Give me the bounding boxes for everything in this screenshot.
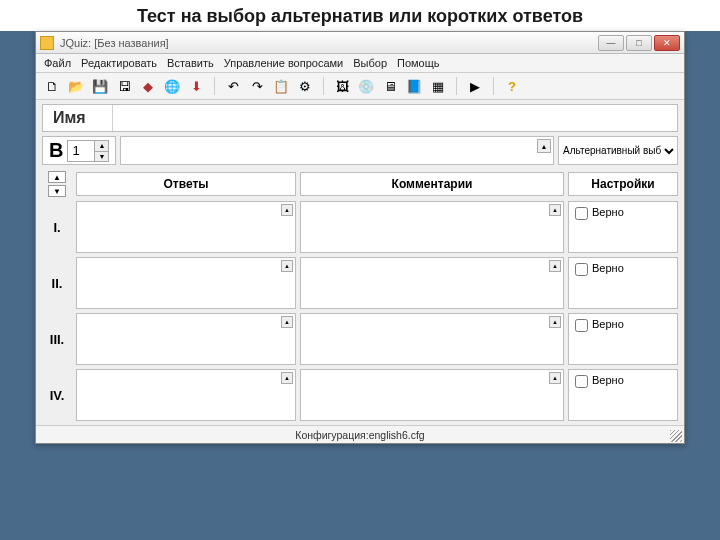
comment-input[interactable]: ▲ — [300, 369, 564, 421]
spin-up-icon[interactable]: ▲ — [94, 141, 108, 151]
row-roman: II. — [42, 257, 72, 309]
expand-icon[interactable]: ▲ — [549, 372, 561, 384]
answer-input[interactable]: ▲ — [76, 201, 296, 253]
question-number-spinner[interactable]: ▲ ▼ — [67, 140, 109, 162]
settings-cell: Верно — [568, 201, 678, 253]
columns-header: ▲ ▼ Ответы Комментарии Настройки — [42, 171, 678, 197]
separator — [323, 77, 324, 95]
name-input[interactable] — [113, 106, 677, 130]
column-comments-header: Комментарии — [300, 172, 564, 196]
minimize-button[interactable]: — — [598, 35, 624, 51]
answer-row: IV. ▲ ▲ Верно — [42, 369, 678, 421]
separator — [493, 77, 494, 95]
disk-icon[interactable]: 💿 — [356, 76, 376, 96]
saveas-icon[interactable]: 🖫 — [114, 76, 134, 96]
question-text-input[interactable]: ▲ — [120, 136, 554, 165]
menu-help[interactable]: Помощь — [397, 57, 440, 69]
maximize-button[interactable]: □ — [626, 35, 652, 51]
answer-rows: I. ▲ ▲ Верно II. ▲ ▲ Верно III. ▲ — [42, 201, 678, 421]
help-icon[interactable]: ? — [502, 76, 522, 96]
diamond-icon[interactable]: ◆ — [138, 76, 158, 96]
statusbar: Конфигурация: english6.cfg — [36, 425, 684, 443]
open-icon[interactable]: 📂 — [66, 76, 86, 96]
correct-checkbox[interactable] — [575, 319, 588, 332]
comment-input[interactable]: ▲ — [300, 313, 564, 365]
comment-input[interactable]: ▲ — [300, 201, 564, 253]
toolbar: 🗋 📂 💾 🖫 ◆ 🌐 ⬇ ↶ ↷ 📋 ⚙ 🖼 💿 🖥 📘 ▦ ▶ ? — [36, 73, 684, 100]
menubar: Файл Редактировать Вставить Управление в… — [36, 54, 684, 73]
expand-icon[interactable]: ▲ — [549, 204, 561, 216]
move-up-button[interactable]: ▲ — [48, 171, 66, 183]
titlebar: JQuiz: [Без названия] — □ ✕ — [36, 32, 684, 54]
question-prefix: В — [49, 139, 63, 162]
separator — [456, 77, 457, 95]
expand-icon[interactable]: ▲ — [281, 260, 293, 272]
save-icon[interactable]: 💾 — [90, 76, 110, 96]
web-icon[interactable]: 🌐 — [162, 76, 182, 96]
grid-icon[interactable]: ▦ — [428, 76, 448, 96]
expand-icon[interactable]: ▲ — [549, 260, 561, 272]
question-number-box: В ▲ ▼ — [42, 136, 116, 165]
expand-icon[interactable]: ▲ — [549, 316, 561, 328]
expand-icon[interactable]: ▲ — [281, 372, 293, 384]
slide-title: Тест на выбор альтернатив или коротких о… — [0, 0, 720, 31]
column-settings-header: Настройки — [568, 172, 678, 196]
correct-label: Верно — [592, 318, 624, 330]
question-row: В ▲ ▼ ▲ Альтернативный выб — [42, 136, 678, 165]
expand-icon[interactable]: ▲ — [281, 316, 293, 328]
spin-down-icon[interactable]: ▼ — [94, 151, 108, 161]
new-icon[interactable]: 🗋 — [42, 76, 62, 96]
answer-row: I. ▲ ▲ Верно — [42, 201, 678, 253]
menu-select[interactable]: Выбор — [353, 57, 387, 69]
play-icon[interactable]: ▶ — [465, 76, 485, 96]
correct-label: Верно — [592, 374, 624, 386]
status-prefix: Конфигурация: — [295, 429, 368, 441]
redo-icon[interactable]: ↷ — [247, 76, 267, 96]
answer-input[interactable]: ▲ — [76, 313, 296, 365]
window-title: JQuiz: [Без названия] — [60, 37, 598, 49]
content-area: Имя В ▲ ▼ ▲ Альтернативный выб — [36, 100, 684, 425]
row-roman: I. — [42, 201, 72, 253]
close-button[interactable]: ✕ — [654, 35, 680, 51]
question-number-input[interactable] — [68, 143, 94, 158]
screen-icon[interactable]: 🖥 — [380, 76, 400, 96]
question-type-box: Альтернативный выб — [558, 136, 678, 165]
book-icon[interactable]: 📘 — [404, 76, 424, 96]
menu-manage-questions[interactable]: Управление вопросами — [224, 57, 344, 69]
menu-file[interactable]: Файл — [44, 57, 71, 69]
answer-input[interactable]: ▲ — [76, 369, 296, 421]
reorder-controls: ▲ ▼ — [42, 171, 72, 197]
answer-row: III. ▲ ▲ Верно — [42, 313, 678, 365]
config-icon[interactable]: ⚙ — [295, 76, 315, 96]
arrow-down-icon[interactable]: ⬇ — [186, 76, 206, 96]
settings-cell: Верно — [568, 257, 678, 309]
separator — [214, 77, 215, 95]
column-answers-header: Ответы — [76, 172, 296, 196]
correct-checkbox[interactable] — [575, 375, 588, 388]
answer-input[interactable]: ▲ — [76, 257, 296, 309]
status-config-file: english6.cfg — [369, 429, 425, 441]
question-type-select[interactable]: Альтернативный выб — [559, 141, 677, 161]
name-row: Имя — [42, 104, 678, 132]
menu-edit[interactable]: Редактировать — [81, 57, 157, 69]
settings-cell: Верно — [568, 369, 678, 421]
comment-input[interactable]: ▲ — [300, 257, 564, 309]
expand-up-icon[interactable]: ▲ — [537, 139, 551, 153]
app-window: JQuiz: [Без названия] — □ ✕ Файл Редакти… — [35, 31, 685, 444]
correct-checkbox[interactable] — [575, 207, 588, 220]
undo-icon[interactable]: ↶ — [223, 76, 243, 96]
row-roman: III. — [42, 313, 72, 365]
correct-label: Верно — [592, 262, 624, 274]
move-down-button[interactable]: ▼ — [48, 185, 66, 197]
name-label: Имя — [43, 105, 113, 131]
row-roman: IV. — [42, 369, 72, 421]
correct-checkbox[interactable] — [575, 263, 588, 276]
settings-cell: Верно — [568, 313, 678, 365]
paste-icon[interactable]: 📋 — [271, 76, 291, 96]
image-icon[interactable]: 🖼 — [332, 76, 352, 96]
expand-icon[interactable]: ▲ — [281, 204, 293, 216]
menu-insert[interactable]: Вставить — [167, 57, 214, 69]
resize-gripper-icon[interactable] — [670, 430, 682, 442]
app-icon — [40, 36, 54, 50]
answer-row: II. ▲ ▲ Верно — [42, 257, 678, 309]
